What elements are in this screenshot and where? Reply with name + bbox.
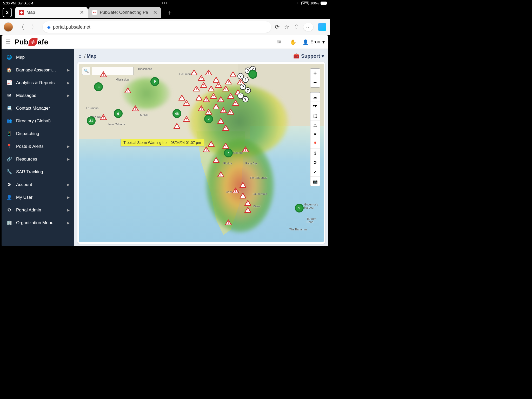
sidebar-item-organization-menu[interactable]: 🏢Organization Menu▶ [2, 216, 74, 229]
hazard-marker[interactable]: ! [227, 109, 234, 115]
reload-icon[interactable]: ⟳ [275, 24, 280, 30]
hazard-marker[interactable]: ! [240, 193, 246, 198]
sidebar-item-posts-alerts[interactable]: 📍Posts & Alerts▶ [2, 140, 74, 153]
hazard-marker[interactable]: ! [174, 123, 180, 129]
tab-count-button[interactable]: 2 [3, 8, 12, 17]
hazard-marker[interactable]: ! [220, 107, 227, 113]
hazard-marker[interactable]: ! [100, 71, 107, 77]
map-tool-7[interactable]: ⚙ [310, 158, 320, 167]
cluster-marker[interactable]: 2 [204, 115, 213, 123]
sidebar-item-directory-global-[interactable]: 👥Directory (Global) [2, 115, 74, 127]
hazard-marker[interactable]: ! [242, 147, 249, 152]
map-tool-6[interactable]: ℹ [310, 149, 320, 158]
map-tool-5[interactable]: 📍 [310, 139, 320, 149]
hazard-marker[interactable]: ! [208, 86, 215, 91]
close-icon[interactable]: ✕ [153, 9, 157, 16]
map-tool-1[interactable]: 🗺 [310, 102, 320, 111]
cluster-marker[interactable] [248, 70, 257, 79]
logo[interactable]: Pub + afe [15, 38, 48, 46]
unknown-marker[interactable]: ? [242, 96, 249, 102]
hazard-marker[interactable]: ! [198, 105, 205, 111]
hazard-marker[interactable]: ! [213, 77, 220, 83]
map-tool-3[interactable]: ⚠ [310, 121, 320, 130]
hazard-marker[interactable]: ! [183, 100, 190, 106]
cluster-marker[interactable]: 6 [114, 109, 123, 118]
tab-pubsafe[interactable]: PS PubSafe: Connecting Pe ✕ [88, 7, 161, 18]
sidebar-item-damage-assessm-[interactable]: 🏠Damage Assessm…▶ [2, 64, 74, 76]
sidebar-item-portal-admin[interactable]: ⚙Portal Admin▶ [2, 204, 74, 216]
unknown-marker[interactable]: ? [242, 77, 249, 83]
sidebar-item-map[interactable]: 🌐Map [2, 51, 74, 64]
hazard-marker[interactable]: ! [222, 86, 229, 91]
search-icon[interactable]: 🔍 [82, 67, 90, 75]
zoom-out-button[interactable]: − [310, 78, 320, 87]
hazard-marker[interactable]: ! [203, 96, 210, 102]
support-link[interactable]: 🧰 Support ▾ [293, 53, 324, 59]
hazard-marker[interactable]: ! [232, 100, 239, 106]
more-icon[interactable]: ⋯ [303, 23, 313, 31]
user-menu[interactable]: 👤 Eron ▾ [303, 39, 325, 45]
hazard-marker[interactable]: ! [217, 96, 224, 102]
hazard-marker[interactable]: ! [240, 182, 246, 188]
hazard-marker[interactable]: ! [230, 71, 236, 77]
hazard-marker[interactable]: ! [198, 75, 205, 81]
close-icon[interactable]: ✕ [80, 9, 84, 16]
profile-avatar[interactable] [4, 22, 13, 32]
map-search-input[interactable] [92, 67, 134, 75]
hazard-marker[interactable]: ! [203, 147, 210, 152]
sidebar-item-analytics-reports[interactable]: 📈Analytics & Reports▶ [2, 76, 74, 89]
zoom-in-button[interactable]: + [310, 69, 320, 78]
map-tool-0[interactable]: ☁ [310, 92, 320, 102]
hazard-marker[interactable]: ! [210, 93, 217, 99]
hazard-marker[interactable]: ! [205, 70, 212, 75]
hazard-marker[interactable]: ! [200, 82, 207, 88]
cluster-marker[interactable]: 3 [94, 82, 103, 91]
unknown-marker[interactable]: ? [245, 87, 251, 94]
cluster-marker[interactable]: 21 [87, 116, 96, 125]
site-info-icon[interactable]: ◆ [47, 25, 50, 30]
share-icon[interactable]: ⇧ [294, 24, 299, 30]
hazard-marker[interactable]: ! [232, 188, 239, 193]
sidebar-item-account[interactable]: ⚙Account▶ [2, 178, 74, 191]
hazard-marker[interactable]: ! [222, 143, 229, 149]
sidebar-item-resources[interactable]: 🔗Resources▶ [2, 153, 74, 165]
back-button[interactable]: 〈 [17, 23, 26, 31]
hazard-marker[interactable]: ! [217, 118, 224, 124]
hazard-marker[interactable]: ! [222, 125, 229, 131]
cluster-marker[interactable]: 7 [224, 149, 233, 157]
map-tool-9[interactable]: 📷 [310, 177, 320, 186]
hazard-marker[interactable]: ! [244, 207, 251, 213]
hazard-marker[interactable]: ! [225, 79, 232, 84]
favorites-icon[interactable]: ☆ [284, 24, 289, 30]
map-tool-2[interactable]: ⬚ [310, 111, 320, 121]
hazard-marker[interactable]: ! [205, 109, 212, 115]
map-tool-4[interactable]: ▼ [310, 130, 320, 139]
home-icon[interactable]: ⌂ [78, 53, 82, 59]
hand-icon[interactable]: ✋ [287, 39, 299, 45]
map-canvas[interactable]: Tropical Storm Warning from 08/04/24 01:… [79, 64, 324, 242]
tab-map[interactable]: ✚ Map ✕ [15, 7, 88, 18]
hazard-marker[interactable]: ! [124, 88, 131, 93]
hazard-marker[interactable]: ! [191, 70, 197, 75]
hazard-marker[interactable]: ! [213, 104, 220, 109]
address-bar[interactable]: ◆ portal.pubsafe.net [43, 21, 271, 33]
hazard-marker[interactable]: ! [196, 95, 202, 101]
sidebar-item-messages[interactable]: ✉Messages▶ [2, 89, 74, 102]
cluster-marker[interactable]: 48 [172, 109, 181, 118]
hazard-marker[interactable]: ! [215, 82, 222, 88]
hazard-marker[interactable]: ! [183, 116, 190, 122]
mail-icon[interactable]: ✉ [274, 39, 284, 45]
copilot-icon[interactable] [318, 23, 326, 31]
hazard-marker[interactable]: ! [178, 95, 185, 101]
map-tool-8[interactable]: ✓ [310, 167, 320, 177]
hazard-marker[interactable]: ! [100, 114, 107, 120]
sidebar-item-contact-manager[interactable]: 📇Contact Manager [2, 102, 74, 115]
cluster-marker[interactable]: 5 [295, 204, 304, 212]
sidebar-item-sar-tracking[interactable]: 🔧SAR Tracking [2, 165, 74, 178]
multitask-dots[interactable]: ••• [33, 1, 297, 6]
hazard-marker[interactable]: ! [217, 171, 224, 177]
hazard-marker[interactable]: ! [244, 200, 251, 206]
hazard-marker[interactable]: ! [227, 93, 234, 99]
hazard-marker[interactable]: ! [213, 157, 220, 163]
sidebar-item-dispatching[interactable]: 📱Dispatching [2, 127, 74, 140]
